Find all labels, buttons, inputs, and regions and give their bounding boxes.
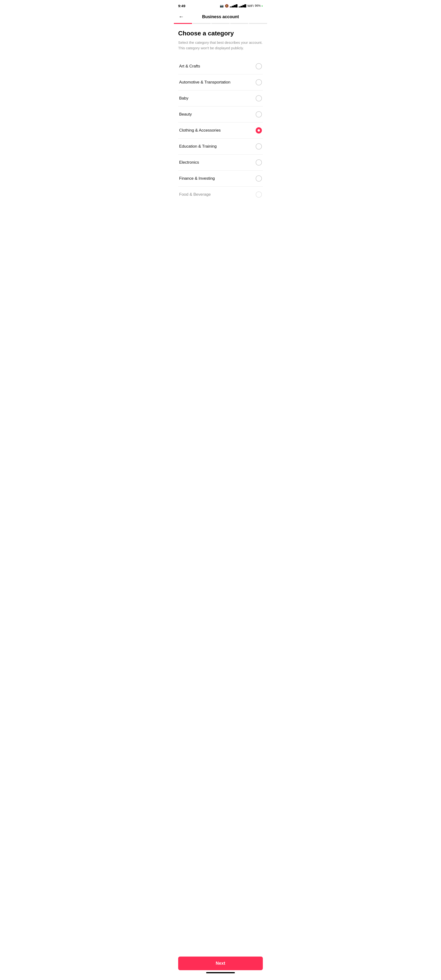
progress-segment-5 — [249, 23, 267, 24]
category-label: Education & Training — [179, 144, 217, 149]
radio-button[interactable] — [255, 143, 262, 150]
progress-segment-4 — [230, 23, 249, 24]
section-description: Select the category that best describes … — [178, 40, 263, 51]
wifi-icon: WiFi — [247, 4, 254, 8]
category-label: Art & Crafts — [179, 64, 200, 68]
list-item[interactable]: Food & Beverage — [178, 187, 263, 200]
list-item[interactable]: Education & Training — [178, 138, 263, 154]
signal-icon-2: ▂▄▆█ — [239, 4, 246, 7]
header: ← Business account — [174, 11, 267, 23]
list-item[interactable]: Automotive & Transportation — [178, 75, 263, 91]
list-item[interactable]: Finance & Investing — [178, 170, 263, 187]
category-label: Finance & Investing — [179, 176, 215, 181]
progress-bar — [174, 23, 267, 24]
list-item[interactable]: Electronics — [178, 154, 263, 170]
list-item[interactable]: Art & Crafts — [178, 58, 263, 75]
category-label: Food & Beverage — [179, 192, 211, 197]
progress-segment-2 — [193, 23, 211, 24]
mute-icon: 🔕 — [225, 4, 228, 8]
camera-icon: 📷 — [220, 4, 224, 8]
back-button[interactable]: ← — [178, 13, 185, 21]
section-title: Choose a category — [178, 30, 263, 37]
category-label: Baby — [179, 96, 189, 101]
status-bar: 9:49 📷 🔕 ▂▄▆█ ▂▄▆█ WiFi 96% ● — [174, 0, 267, 11]
radio-button[interactable] — [255, 79, 262, 86]
progress-segment-3 — [211, 23, 230, 24]
battery-indicator: 96% ● — [255, 4, 263, 7]
page-title: Business account — [202, 14, 239, 19]
status-time: 9:49 — [178, 4, 186, 8]
radio-button[interactable] — [255, 63, 262, 69]
main-content: Choose a category Select the category th… — [174, 24, 267, 224]
radio-button[interactable] — [255, 175, 262, 181]
progress-segment-1 — [174, 23, 192, 24]
radio-button[interactable] — [255, 159, 262, 165]
category-label: Clothing & Accessories — [179, 128, 221, 133]
list-item[interactable]: Clothing & Accessories — [178, 123, 263, 138]
radio-button[interactable] — [255, 111, 262, 118]
category-list: Art & Crafts Automotive & Transportation… — [178, 58, 263, 200]
status-icons: 📷 🔕 ▂▄▆█ ▂▄▆█ WiFi 96% ● — [220, 4, 263, 8]
list-item[interactable]: Baby — [178, 91, 263, 107]
radio-button[interactable] — [255, 191, 262, 197]
radio-button-selected[interactable] — [255, 127, 262, 134]
category-label: Electronics — [179, 160, 199, 165]
category-label: Beauty — [179, 112, 192, 117]
radio-button[interactable] — [255, 95, 262, 102]
signal-icon: ▂▄▆█ — [230, 4, 238, 7]
category-label: Automotive & Transportation — [179, 80, 230, 85]
list-item[interactable]: Beauty — [178, 107, 263, 123]
